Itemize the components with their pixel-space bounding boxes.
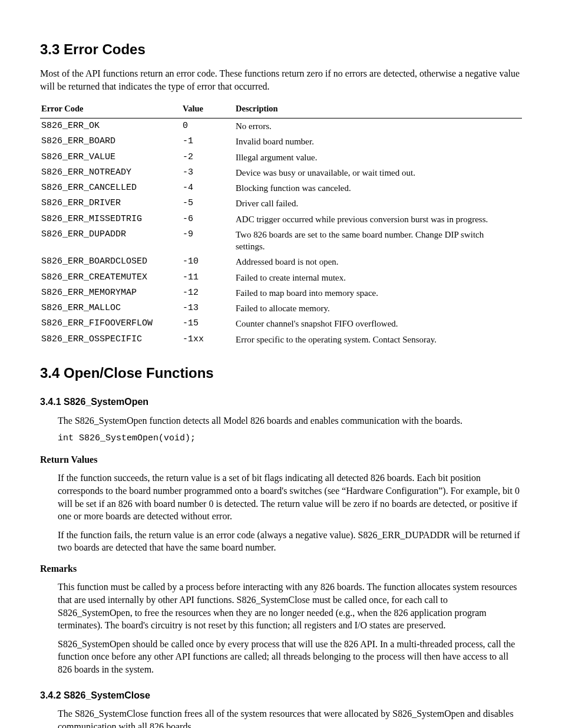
s342-description: The S826_SystemClose function frees all … bbox=[58, 707, 522, 728]
error-value-cell: 0 bbox=[181, 118, 234, 134]
error-code-cell: S826_ERR_DUPADDR bbox=[40, 227, 181, 255]
error-code-cell: S826_ERR_MALLOC bbox=[40, 301, 181, 316]
table-row: S826_ERR_OSSPECIFIC-1xxError specific to… bbox=[40, 332, 522, 347]
error-desc-cell: Failed to create internal mutex. bbox=[234, 270, 522, 285]
table-row: S826_ERR_CREATEMUTEX-11Failed to create … bbox=[40, 270, 522, 285]
s341-description: The S826_SystemOpen function detects all… bbox=[58, 414, 522, 427]
s341-remarks-p2: S826_SystemOpen should be called once by… bbox=[58, 638, 522, 676]
error-value-cell: -4 bbox=[181, 180, 234, 196]
error-value-cell: -15 bbox=[181, 316, 234, 331]
table-row: S826_ERR_OK0No errors. bbox=[40, 118, 522, 134]
error-value-cell: -10 bbox=[181, 254, 234, 269]
error-desc-cell: Error specific to the operating system. … bbox=[234, 332, 522, 347]
table-row: S826_ERR_DUPADDR-9Two 826 boards are set… bbox=[40, 227, 522, 255]
col-header-code: Error Code bbox=[40, 101, 181, 118]
table-row: S826_ERR_CANCELLED-4Blocking function wa… bbox=[40, 180, 522, 196]
error-desc-cell: Invalid board number. bbox=[234, 134, 522, 149]
col-header-value: Value bbox=[181, 101, 234, 118]
error-value-cell: -1 bbox=[181, 134, 234, 149]
error-code-cell: S826_ERR_CREATEMUTEX bbox=[40, 270, 181, 285]
table-row: S826_ERR_VALUE-2Illegal argument value. bbox=[40, 150, 522, 165]
table-row: S826_ERR_DRIVER-5Driver call failed. bbox=[40, 196, 522, 211]
error-desc-cell: Failed to allocate memory. bbox=[234, 301, 522, 316]
error-code-cell: S826_ERR_BOARD bbox=[40, 134, 181, 149]
table-row: S826_ERR_MISSEDTRIG-6ADC trigger occurre… bbox=[40, 212, 522, 227]
col-header-desc: Description bbox=[234, 101, 522, 118]
error-value-cell: -9 bbox=[181, 227, 234, 255]
section-heading-3-3: 3.3 Error Codes bbox=[40, 40, 522, 59]
error-value-cell: -3 bbox=[181, 165, 234, 180]
table-row: S826_ERR_FIFOOVERFLOW-15Counter channel'… bbox=[40, 316, 522, 331]
error-desc-cell: Failed to map board into memory space. bbox=[234, 285, 522, 301]
section-3-3-intro: Most of the API functions return an erro… bbox=[40, 67, 522, 93]
return-values-heading: Return Values bbox=[40, 453, 522, 466]
table-row: S826_ERR_MALLOC-13Failed to allocate mem… bbox=[40, 301, 522, 316]
error-code-cell: S826_ERR_MISSEDTRIG bbox=[40, 212, 181, 227]
error-value-cell: -12 bbox=[181, 285, 234, 301]
error-value-cell: -11 bbox=[181, 270, 234, 285]
error-code-cell: S826_ERR_OK bbox=[40, 118, 181, 134]
section-heading-3-4-2: 3.4.2 S826_SystemClose bbox=[40, 689, 522, 702]
error-desc-cell: Blocking function was canceled. bbox=[234, 180, 522, 196]
error-desc-cell: ADC trigger occurred while previous conv… bbox=[234, 212, 522, 227]
error-desc-cell: No errors. bbox=[234, 118, 522, 134]
error-value-cell: -6 bbox=[181, 212, 234, 227]
remarks-heading: Remarks bbox=[40, 562, 522, 575]
error-desc-cell: Driver call failed. bbox=[234, 196, 522, 211]
error-codes-table: Error Code Value Description S826_ERR_OK… bbox=[40, 101, 522, 347]
section-heading-3-4: 3.4 Open/Close Functions bbox=[40, 364, 522, 383]
error-desc-cell: Device was busy or unavailable, or wait … bbox=[234, 165, 522, 180]
error-code-cell: S826_ERR_CANCELLED bbox=[40, 180, 181, 196]
table-row: S826_ERR_BOARD-1Invalid board number. bbox=[40, 134, 522, 149]
error-code-cell: S826_ERR_OSSPECIFIC bbox=[40, 332, 181, 347]
s341-return-p2: If the function fails, the return value … bbox=[58, 529, 522, 554]
error-desc-cell: Two 826 boards are set to the same board… bbox=[234, 227, 522, 255]
table-row: S826_ERR_MEMORYMAP-12Failed to map board… bbox=[40, 285, 522, 301]
error-desc-cell: Counter channel's snapshot FIFO overflow… bbox=[234, 316, 522, 331]
table-row: S826_ERR_BOARDCLOSED-10Addressed board i… bbox=[40, 254, 522, 269]
error-code-cell: S826_ERR_BOARDCLOSED bbox=[40, 254, 181, 269]
error-code-cell: S826_ERR_MEMORYMAP bbox=[40, 285, 181, 301]
error-desc-cell: Addressed board is not open. bbox=[234, 254, 522, 269]
table-row: S826_ERR_NOTREADY-3Device was busy or un… bbox=[40, 165, 522, 180]
section-heading-3-4-1: 3.4.1 S826_SystemOpen bbox=[40, 396, 522, 409]
error-value-cell: -5 bbox=[181, 196, 234, 211]
s341-code-signature: int S826_SystemOpen(void); bbox=[58, 433, 522, 444]
error-code-cell: S826_ERR_DRIVER bbox=[40, 196, 181, 211]
error-value-cell: -2 bbox=[181, 150, 234, 165]
error-value-cell: -13 bbox=[181, 301, 234, 316]
error-code-cell: S826_ERR_NOTREADY bbox=[40, 165, 181, 180]
error-code-cell: S826_ERR_VALUE bbox=[40, 150, 181, 165]
error-code-cell: S826_ERR_FIFOOVERFLOW bbox=[40, 316, 181, 331]
error-desc-cell: Illegal argument value. bbox=[234, 150, 522, 165]
error-value-cell: -1xx bbox=[181, 332, 234, 347]
s341-remarks-p1: This function must be called by a proces… bbox=[58, 581, 522, 631]
table-header-row: Error Code Value Description bbox=[40, 101, 522, 118]
s341-return-p1: If the function succeeds, the return val… bbox=[58, 472, 522, 522]
